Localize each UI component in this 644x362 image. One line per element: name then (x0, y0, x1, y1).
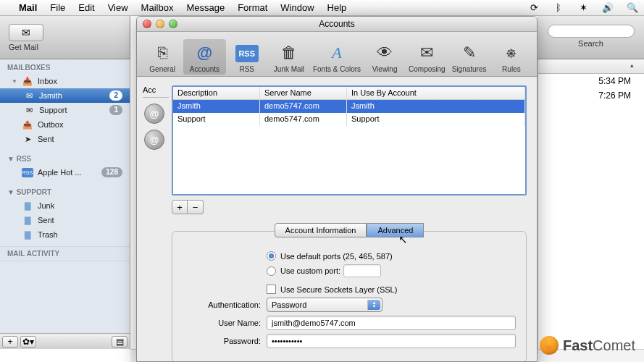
message-time[interactable]: 5:34 PM (538, 74, 644, 88)
tab-account-information[interactable]: Account Information (275, 223, 367, 237)
wifi-menu-icon[interactable]: ✶ (577, 2, 589, 13)
zoom-button[interactable] (169, 20, 177, 28)
menu-window[interactable]: Window (280, 2, 314, 13)
message-list-pane: 5:34 PM 7:26 PM (538, 59, 644, 362)
add-server-button[interactable]: + (172, 200, 188, 214)
prefs-tab-viewing[interactable]: 👁Viewing (364, 39, 406, 75)
mail-toolbar-right: Search (538, 16, 644, 59)
account-item[interactable]: @ (144, 104, 164, 124)
outbox-icon: 📤 (22, 120, 33, 130)
prefs-tab-composing[interactable]: ✉︎Composing (406, 39, 448, 75)
mail-toolbar: ✉︎ Get Mail (0, 16, 130, 59)
col-description[interactable]: Description (173, 87, 260, 99)
sidebar-head-support: ▼ SUPPORT (0, 184, 130, 198)
sidebar-item-label: Sent (38, 216, 54, 224)
sidebar-item-label: Sent (38, 135, 54, 143)
radio-custom-port[interactable] (267, 266, 276, 276)
activity-toggle-button[interactable]: ▤ (112, 336, 127, 348)
fonts-icon: A (311, 41, 362, 65)
folder-icon: ▇ (22, 230, 33, 240)
prefs-tab-fonts[interactable]: AFonts & Colors (310, 39, 364, 75)
mailbox-icon: ✉︎ (23, 106, 35, 115)
spotlight-menu-icon[interactable]: 🔍 (627, 2, 638, 13)
window-titlebar[interactable]: Accounts (137, 17, 537, 32)
authentication-select[interactable]: Password ▲▼ (267, 298, 382, 312)
sidebar-item-label: Junk (38, 201, 54, 210)
sent-icon: ➤ (22, 135, 33, 144)
menu-edit[interactable]: Edit (78, 2, 94, 13)
cell: Support (347, 113, 525, 126)
radio-default-ports[interactable] (267, 251, 276, 261)
sidebar-item-sent-folder[interactable]: ▇ Sent (0, 213, 130, 227)
prefs-tab-general[interactable]: ⎘General (141, 39, 183, 75)
cell: demo5747.com (260, 100, 347, 113)
general-icon: ⎘ (143, 41, 182, 65)
rss-icon: RSS (22, 168, 33, 177)
sidebar-item-outbox[interactable]: 📤 Outbox (0, 117, 130, 132)
prefs-tab-rules[interactable]: ⎈Rules (490, 39, 532, 75)
sidebar-head-mailboxes: MAILBOXES (0, 59, 130, 74)
sidebar-item-jsmith[interactable]: ✉︎ Jsmith 2 (0, 88, 130, 103)
column-header[interactable] (538, 59, 644, 74)
action-menu-button[interactable]: ✿▾ (20, 336, 36, 348)
sidebar-item-sent[interactable]: ➤ Sent (0, 132, 130, 146)
checkbox-ssl[interactable] (267, 285, 276, 294)
volume-menu-icon[interactable]: 🔊 (602, 2, 614, 13)
sidebar-head-rss: ▼ RSS (0, 151, 130, 165)
remove-server-button[interactable]: − (188, 200, 204, 214)
viewing-icon: 👁 (365, 41, 404, 65)
prefs-tab-rss[interactable]: RSSRSS (226, 41, 268, 75)
sidebar-item-inbox[interactable]: ▼ 📥 Inbox (0, 74, 130, 88)
menu-view[interactable]: View (108, 2, 128, 13)
password-input[interactable]: ••••••••••• (267, 334, 516, 348)
field-label: Password: (183, 337, 267, 345)
prefs-tab-signatures[interactable]: ✎Signatures (448, 39, 490, 75)
bluetooth-menu-icon[interactable]: ᛒ (553, 2, 564, 13)
sidebar-item-label: Trash (38, 230, 58, 239)
menu-format[interactable]: Format (238, 2, 267, 13)
chevron-updown-icon: ▲▼ (367, 300, 380, 310)
account-item[interactable]: @ (144, 130, 164, 150)
sidebar-item-support[interactable]: ✉︎ Support 1 (0, 103, 130, 117)
unread-badge: 1 (109, 105, 122, 115)
menu-mailbox[interactable]: Mailbox (141, 2, 174, 13)
username-input[interactable]: jsmith@demo5747.com (267, 316, 516, 330)
table-row[interactable]: Jsmith demo5747.com Jsmith (173, 100, 525, 113)
fastcomet-logo: FastComet (540, 336, 635, 355)
sidebar-bottom-bar: + ✿▾ ▤ (0, 333, 130, 349)
folder-icon: ▇ (22, 201, 33, 211)
prefs-tab-junk[interactable]: 🗑Junk Mail (268, 39, 310, 75)
table-row[interactable]: Support demo5747.com Support (173, 113, 525, 126)
message-time[interactable]: 7:26 PM (538, 88, 644, 103)
menu-help[interactable]: Help (327, 2, 347, 13)
get-mail-button[interactable]: ✉︎ (9, 24, 43, 41)
cell: Support (173, 113, 260, 126)
disclosure-icon[interactable]: ▼ (12, 78, 17, 85)
tab-advanced[interactable]: Advanced (367, 223, 424, 237)
sidebar-item-label: Support (39, 106, 67, 114)
sidebar-item-trash[interactable]: ▇ Trash (0, 227, 130, 242)
accounts-list: Acc @ @ (143, 85, 169, 150)
custom-port-input[interactable] (343, 264, 381, 277)
col-in-use[interactable]: In Use By Account (347, 87, 525, 99)
sync-menu-icon[interactable]: ⟳ (528, 2, 540, 13)
col-server-name[interactable]: Server Name (260, 87, 347, 99)
mailbox-icon: ✉︎ (23, 91, 35, 101)
get-mail-label: Get Mail (9, 43, 38, 51)
prefs-tab-accounts[interactable]: @Accounts (183, 39, 225, 75)
sidebar-item-apple-hot[interactable]: RSS Apple Hot ... 128 (0, 165, 130, 180)
minimize-button[interactable] (156, 20, 164, 28)
add-mailbox-button[interactable]: + (2, 336, 18, 348)
composing-icon: ✉︎ (407, 41, 446, 65)
search-input[interactable] (548, 25, 635, 38)
menu-file[interactable]: File (50, 2, 65, 13)
radio-label: Use default ports (25, 465, 587) (280, 252, 393, 261)
cell: demo5747.com (260, 113, 347, 126)
cell: Jsmith (173, 100, 260, 113)
rules-icon: ⎈ (492, 41, 531, 65)
app-menu[interactable]: Mail (19, 2, 37, 13)
cell: Jsmith (347, 100, 525, 113)
menu-message[interactable]: Message (186, 2, 225, 13)
close-button[interactable] (143, 20, 151, 28)
sidebar-item-junk[interactable]: ▇ Junk (0, 198, 130, 213)
